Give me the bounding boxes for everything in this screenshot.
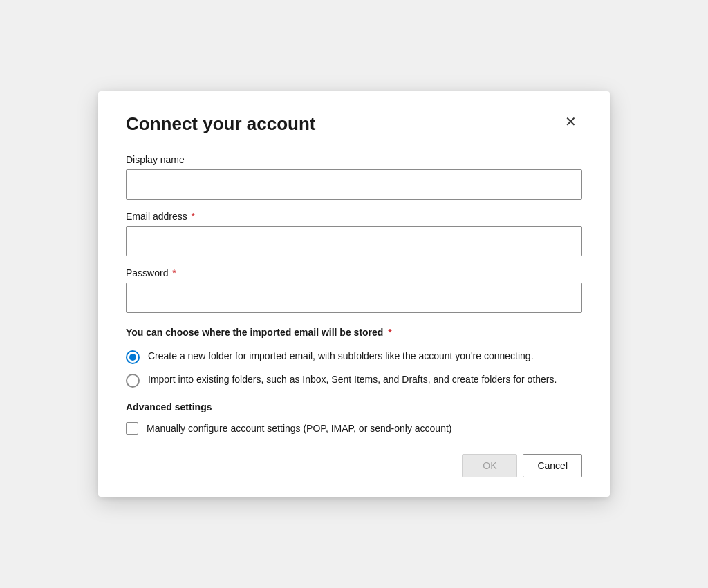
dialog-header: Connect your account ✕ [126, 113, 582, 135]
radio-existing-folder-input[interactable] [126, 374, 140, 388]
radio-existing-folder-label: Import into existing folders, such as In… [148, 372, 557, 387]
close-button[interactable]: ✕ [559, 112, 582, 131]
ok-button[interactable]: OK [462, 454, 517, 477]
display-name-group: Display name [126, 154, 582, 200]
display-name-label: Display name [126, 154, 582, 165]
storage-question: You can choose where the imported email … [126, 327, 582, 338]
radio-group: Create a new folder for imported email, … [126, 349, 582, 388]
manual-config-option[interactable]: Manually configure account settings (POP… [126, 422, 582, 435]
password-group: Password * [126, 267, 582, 313]
advanced-settings-title: Advanced settings [126, 401, 582, 412]
password-required-star: * [169, 267, 176, 278]
manual-config-label: Manually configure account settings (POP… [147, 423, 452, 434]
radio-option-existing-folder[interactable]: Import into existing folders, such as In… [126, 372, 582, 388]
dialog-title: Connect your account [126, 113, 315, 135]
manual-config-checkbox[interactable] [126, 422, 138, 435]
radio-new-folder-input[interactable] [126, 350, 140, 364]
email-required-star: * [189, 211, 195, 222]
connect-account-dialog: Connect your account ✕ Display name Emai… [98, 91, 610, 497]
email-address-group: Email address * [126, 211, 582, 256]
dialog-footer: OK Cancel [126, 454, 582, 477]
cancel-button[interactable]: Cancel [523, 454, 582, 477]
display-name-input[interactable] [126, 169, 582, 200]
email-address-input[interactable] [126, 226, 582, 256]
storage-required-star: * [385, 327, 391, 338]
radio-new-folder-label: Create a new folder for imported email, … [148, 349, 534, 363]
email-address-label: Email address * [126, 211, 582, 222]
password-label: Password * [126, 267, 582, 278]
radio-option-new-folder[interactable]: Create a new folder for imported email, … [126, 349, 582, 364]
password-input[interactable] [126, 283, 582, 313]
